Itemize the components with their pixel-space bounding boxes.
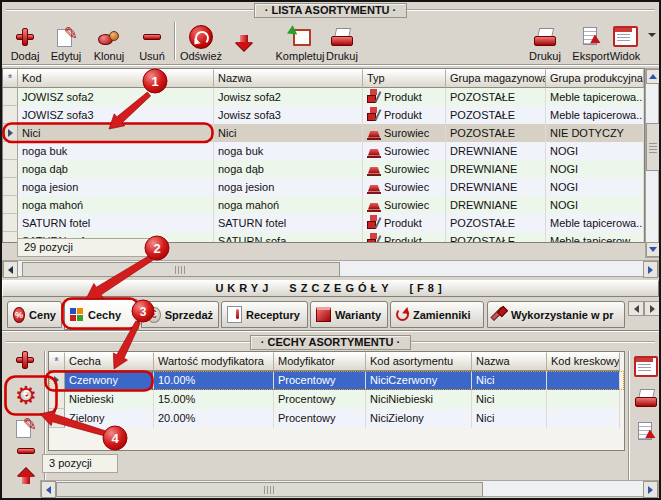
hide-details-bar[interactable]: UKRYJ SZCZEGÓŁY [F8] [2,280,659,297]
col-nazwa[interactable]: Nazwa [472,352,547,371]
tab-cechy[interactable]: Cechy [64,299,139,330]
usun-button[interactable]: Usuń [132,19,172,63]
col-kod-asortymentu[interactable]: Kod asortymentu [366,352,472,371]
widok-dropdown-arrow[interactable] [648,37,656,49]
cell-text: Czerwony [69,374,118,387]
drukuj-left-button[interactable]: Drukuj [320,19,364,63]
table-row[interactable]: JOWISZ sofa3Jowisz sofa3ProduktPOZOSTAŁE… [3,106,644,124]
table-row[interactable]: noga mahońnoga mahońSurowiecDREWNIANENOG… [3,196,644,214]
column-config-cell[interactable]: * [3,69,18,88]
surowiec-icon [367,199,381,212]
features-status: 3 pozycji [42,454,118,473]
features-print-button[interactable] [634,387,658,409]
col-cecha[interactable]: Cecha [65,352,154,371]
tab-ceny[interactable]: Ceny [7,301,62,328]
table-row[interactable]: noga jesionnoga jesionSurowiecDREWNIANEN… [3,178,644,196]
scroll-left-button[interactable] [3,261,18,278]
assortment-table-body: JOWISZ sofa2Jowisz sofa2ProduktPOZOSTAŁE… [3,88,644,242]
col-kod[interactable]: Kod [18,69,214,88]
red-arrow-down-icon [234,34,254,52]
surowiec-icon [367,163,381,176]
list-status: 29 pozycji [17,238,155,257]
table-row[interactable]: Niebieski15.00%ProcentowyNiciNiebieskiNi… [49,390,624,409]
tab-scroll-right-button[interactable] [644,301,660,316]
features-export-button[interactable] [634,421,658,443]
table-cell: SATURN fotel [214,214,363,232]
col-nazwa[interactable]: Nazwa [214,69,363,88]
drukuj-right-button[interactable]: Drukuj [523,19,567,63]
features-view-button[interactable] [634,355,658,377]
row-selector-cell [3,214,18,232]
col-typ[interactable]: Typ [363,69,446,88]
list-horizontal-scrollbar[interactable] [2,260,659,277]
edit-feature-button[interactable] [10,415,40,441]
tab-scroll-left-button[interactable] [628,301,644,316]
row-selector-cell [3,160,18,178]
table-cell: Zielony [65,409,154,428]
table-row[interactable]: NiciNiciSurowiecPOZOSTAŁENIE DOTYCZY [3,124,644,142]
cell-text: NOGI [550,163,578,176]
row-selector-cell [49,390,65,409]
asterisk-icon: * [8,73,12,84]
list-vertical-scrollbar[interactable] [645,68,659,258]
tab-receptury[interactable]: Receptury [221,301,308,328]
klonuj-button[interactable]: Klonuj [86,19,132,63]
column-config-cell[interactable]: * [49,352,65,371]
cell-text: Produkt [384,109,422,122]
col-modyfikator[interactable]: Modyfikator [274,352,366,371]
delete-feature-button[interactable] [12,443,40,459]
table-cell: noga jesion [214,178,363,196]
move-down-button[interactable] [230,19,258,63]
cell-text: JOWISZ sofa3 [22,109,94,122]
scroll-right-button[interactable] [643,261,658,278]
col-wartosc[interactable]: Wartość modyfikatora [154,352,274,371]
table-cell: POZOSTAŁE [446,88,546,106]
tab-warianty[interactable]: Warianty [310,301,388,328]
row-selector-cell [49,409,65,428]
cell-text: NiciCzerwony [370,374,437,387]
table-cell: SATURN fotel [18,214,214,232]
horizontal-scroll-thumb[interactable] [56,482,483,497]
edytuj-button[interactable]: Edytuj [46,19,86,63]
cell-text: Jowisz sofa2 [218,91,281,104]
plus-icon [15,350,35,370]
stamp-icon [98,30,120,44]
widok-button[interactable]: Widok [605,19,645,63]
horizontal-scroll-thumb[interactable] [22,262,340,277]
cell-text: DREWNIANE [450,199,517,212]
scroll-right-button[interactable] [643,481,658,498]
col-grupa-magazynowa[interactable]: Grupa magazynowa [446,69,546,88]
table-row[interactable]: SATURN fotelSATURN fotelProduktPOZOSTAŁE… [3,214,644,232]
scroll-up-button[interactable] [646,69,660,84]
row-selector-cell [3,88,18,106]
collapse-up-button[interactable] [12,463,40,489]
scroll-down-button[interactable] [646,242,660,257]
table-row[interactable]: Czerwony10.00%ProcentowyNiciCzerwonyNici [49,371,624,390]
col-grupa-produkcyjna[interactable]: Grupa produkcyjna [546,69,644,88]
col-kod-kreskowy[interactable]: Kod kreskowy [547,352,620,371]
table-cell: NIE DOTYCZY [546,124,644,142]
vertical-scroll-thumb[interactable] [646,123,660,171]
table-row[interactable]: JOWISZ sofa2Jowisz sofa2ProduktPOZOSTAŁE… [3,88,644,106]
tab-wykorzystanie[interactable]: Wykorzystanie w pr [487,301,625,328]
table-row[interactable]: noga buknoga bukSurowiecDREWNIANENOGI [3,142,644,160]
row-selector-cell [3,124,18,142]
cell-text: SATURN sofa [218,235,286,243]
red-box-icon [316,307,331,322]
tab-zamienniki[interactable]: Zamienniki [390,301,484,328]
odswiez-button[interactable]: Odśwież [178,19,224,63]
add-feature-button[interactable] [10,347,40,373]
cell-text: noga mahoń [218,199,279,212]
table-row[interactable]: Zielony20.00%ProcentowyNiciZielonyNici [49,409,624,428]
feature-modifier-button[interactable] [12,379,40,411]
table-cell: Jowisz sofa2 [214,88,363,106]
tab-sprzedaz[interactable]: Sprzedaż [141,301,219,328]
cell-text: 20.00% [158,412,195,425]
table-cell: noga dąb [214,160,363,178]
table-row[interactable]: noga dąbnoga dąbSurowiecDREWNIANENOGI [3,160,644,178]
scroll-left-button[interactable] [41,481,56,498]
dodaj-button[interactable]: Dodaj [4,19,46,63]
arrow-right-icon [650,305,655,313]
table-cell: Meble tapicerowa... [546,88,644,106]
features-horizontal-scrollbar[interactable] [40,480,659,497]
